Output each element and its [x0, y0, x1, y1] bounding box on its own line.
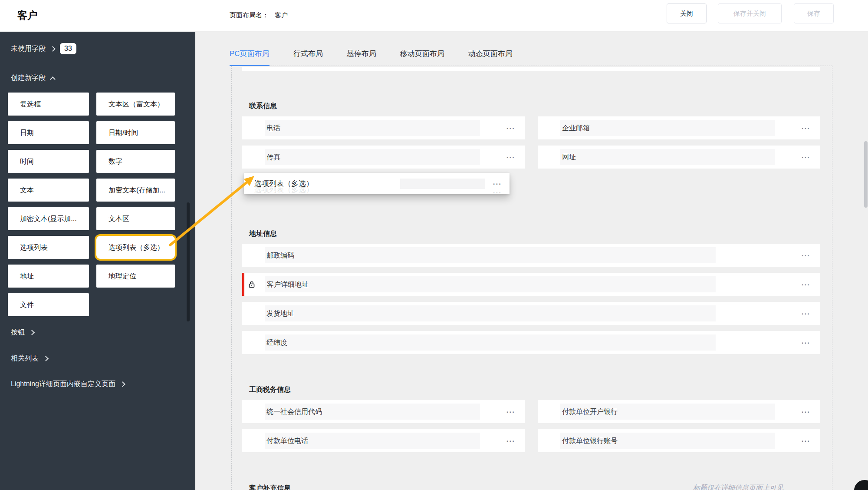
page-layout-editor: 客户 页面布局名：客户 关闭 保存并关闭 保存 未使用字段 33 创建新字段 复…: [0, 0, 868, 490]
field-label: 发货地址: [266, 302, 294, 325]
layout-canvas: 联系信息 电话...企业邮箱...传真...网址... 选项列表（多选） 选项列…: [231, 66, 832, 490]
field-type-button[interactable]: 选项列表（多选）: [96, 236, 175, 259]
field-row[interactable]: 付款单位开户银行...: [538, 400, 820, 423]
field-label: 企业邮箱: [562, 116, 590, 139]
field-value-placeholder: [265, 334, 716, 351]
field-type-button[interactable]: 选项列表: [8, 236, 89, 259]
hint-text: 标题仅在详细信息页面上可见: [693, 483, 783, 490]
section-title: 地址信息: [249, 229, 277, 238]
layout-tabs: PC页面布局行式布局悬停布局移动页面布局动态页面布局: [230, 49, 513, 66]
field-menu-ghost: ...: [493, 182, 502, 201]
field-type-button[interactable]: 文本区（富文本）: [96, 93, 175, 116]
field-row[interactable]: 经纬度...: [242, 331, 820, 354]
field-type-button[interactable]: 加密文本(存储加...: [96, 179, 175, 202]
field-row[interactable]: 企业邮箱...: [538, 116, 820, 139]
section-rows: 邮政编码...客户详细地址...发货地址...经纬度...: [242, 244, 820, 354]
create-field-label: 创建新字段: [11, 73, 46, 83]
field-value-placeholder: [265, 276, 716, 292]
field-label: 经纬度: [266, 331, 287, 354]
field-label: 付款单位开户银行: [562, 400, 618, 423]
field-menu-button[interactable]: ...: [802, 400, 810, 420]
field-menu-button[interactable]: ...: [802, 302, 810, 322]
field-type-button[interactable]: 时间: [8, 150, 89, 173]
field-menu-button[interactable]: ...: [506, 146, 515, 166]
page-title: 客户: [17, 9, 37, 22]
field-menu-button[interactable]: ...: [802, 273, 810, 293]
field-menu-button[interactable]: ...: [802, 331, 810, 351]
field-label: 传真: [266, 146, 280, 169]
sidebar-item-related-lists[interactable]: 相关列表: [11, 354, 48, 363]
sidebar-item-lightning-pages[interactable]: Lightning详细页面内嵌自定义页面: [11, 380, 125, 389]
tab-active[interactable]: PC页面布局: [230, 49, 270, 66]
field-menu-button[interactable]: ...: [506, 400, 515, 420]
tab-inactive[interactable]: 悬停布局: [347, 49, 376, 66]
layout-name: 页面布局名：客户: [230, 11, 288, 20]
field-row[interactable]: 邮政编码...: [242, 244, 820, 267]
related-lists-label: 相关列表: [11, 354, 39, 363]
chevron-right-icon: [29, 330, 35, 335]
chevron-right-icon: [120, 381, 125, 387]
close-button[interactable]: 关闭: [667, 3, 707, 23]
field-row[interactable]: 付款单位电话...: [242, 429, 525, 452]
field-row[interactable]: 统一社会信用代码...: [242, 400, 525, 423]
chevron-up-icon: [50, 76, 56, 82]
field-row[interactable]: 电话...: [242, 116, 525, 139]
buttons-label: 按钮: [11, 328, 25, 337]
field-row[interactable]: 发货地址...: [242, 302, 820, 325]
field-menu-button[interactable]: ...: [802, 146, 810, 166]
sidebar-item-buttons[interactable]: 按钮: [11, 328, 34, 337]
field-menu-button[interactable]: ...: [802, 244, 810, 264]
field-row[interactable]: 网址...: [538, 146, 820, 169]
field-menu-button[interactable]: ...: [802, 429, 810, 450]
field-value-placeholder: [265, 149, 480, 165]
create-field-toggle[interactable]: 创建新字段: [11, 73, 55, 83]
unused-fields-count-badge: 33: [60, 43, 76, 54]
field-menu-button[interactable]: ...: [506, 429, 515, 450]
field-label: 网址: [562, 146, 576, 169]
field-label: 电话: [266, 116, 280, 139]
tab-inactive[interactable]: 移动页面布局: [400, 49, 444, 66]
field-type-button[interactable]: 地理定位: [96, 265, 175, 288]
section-title: 联系信息: [249, 102, 277, 111]
unused-fields-toggle[interactable]: 未使用字段 33: [11, 43, 76, 54]
section-rows: 电话...企业邮箱...传真...网址...: [242, 116, 820, 169]
field-menu-button[interactable]: ...: [506, 116, 515, 137]
field-type-button[interactable]: 文本: [8, 179, 89, 202]
field-type-button[interactable]: 数字: [96, 150, 175, 173]
field-value-placeholder: [560, 149, 775, 165]
field-type-button[interactable]: 日期: [8, 121, 89, 144]
field-row[interactable]: 传真...: [242, 146, 525, 169]
field-menu-button[interactable]: ...: [802, 116, 810, 137]
field-label: 统一社会信用代码: [266, 400, 322, 423]
field-label: 邮政编码: [266, 244, 294, 267]
field-label: 付款单位电话: [266, 429, 308, 452]
field-row[interactable]: 付款单位银行账号...: [538, 429, 820, 452]
field-label: 付款单位银行账号: [562, 429, 618, 452]
lightning-label: Lightning详细页面内嵌自定义页面: [11, 380, 115, 389]
field-type-button[interactable]: 加密文本(显示加...: [8, 207, 89, 230]
chevron-right-icon: [43, 356, 49, 361]
save-button[interactable]: 保存: [794, 3, 834, 23]
save-and-close-button[interactable]: 保存并关闭: [718, 3, 782, 23]
field-type-button[interactable]: 复选框: [8, 93, 89, 116]
unused-fields-label: 未使用字段: [11, 44, 46, 53]
main-scrollbar[interactable]: [864, 141, 868, 208]
field-type-button[interactable]: 文件: [8, 293, 89, 316]
layout-name-label: 页面布局名：: [230, 11, 269, 19]
sidebar-scrollbar[interactable]: [187, 202, 190, 321]
chevron-right-icon: [50, 46, 56, 52]
field-value-placeholder: [560, 120, 775, 136]
field-value-placeholder: [265, 305, 716, 321]
section-title: 客户补充信息: [249, 484, 291, 490]
field-type-button[interactable]: 地址: [8, 265, 89, 288]
layout-name-value: 客户: [275, 11, 288, 19]
field-value-placeholder: [265, 120, 480, 136]
field-type-button[interactable]: 日期/时间: [96, 121, 175, 144]
field-label: 客户详细地址: [267, 273, 309, 296]
field-row-locked[interactable]: 客户详细地址...: [242, 273, 820, 296]
field-type-button[interactable]: 文本区: [96, 207, 175, 230]
dragged-field-row[interactable]: 选项列表（多选） 选项列表（多选） ... ...: [244, 173, 510, 194]
tab-inactive[interactable]: 动态页面布局: [468, 49, 513, 66]
dragged-field-ghost-label: 选项列表（多选）: [254, 179, 313, 200]
tab-inactive[interactable]: 行式布局: [293, 49, 323, 66]
